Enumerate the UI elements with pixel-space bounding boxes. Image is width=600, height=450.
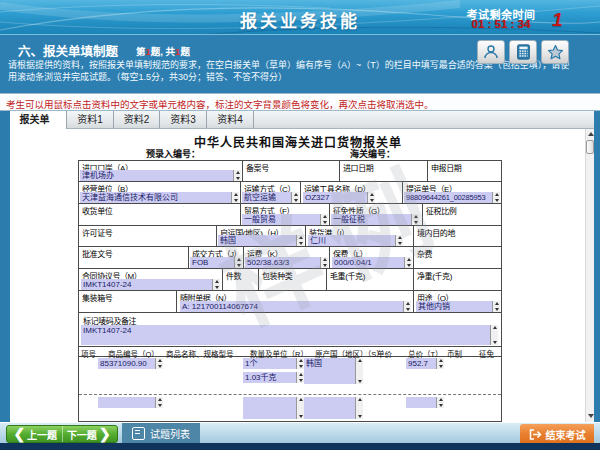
left-border-strip — [0, 111, 10, 443]
operator-input[interactable]: 天津益海通信技术有限公司 — [80, 192, 239, 203]
scroll-up-arrow-icon[interactable] — [586, 129, 595, 139]
next-question-button[interactable]: 下一题 ❯ — [63, 426, 118, 442]
spinner[interactable] — [492, 192, 500, 203]
levy-nature-input[interactable]: 一般征税 — [331, 214, 419, 225]
goods-1-origin-input[interactable]: 韩国 — [304, 358, 363, 384]
usage-input[interactable]: 其他内销 — [416, 301, 500, 312]
goods-2-total-input[interactable] — [406, 397, 444, 408]
goods-1-qty1-input[interactable]: 1个 — [243, 358, 304, 369]
field-label: 毛重(千克) — [330, 270, 365, 281]
contract-no-input[interactable]: IMKT1407-24 — [81, 279, 220, 290]
goods-1-code-input[interactable]: 85371090.90 — [98, 358, 163, 369]
star-icon — [547, 44, 564, 60]
input-value: 一般贸易 — [242, 214, 320, 225]
spinner[interactable] — [296, 235, 304, 246]
freight-input[interactable]: 502/38.63/3 — [245, 257, 328, 268]
prev-question-button[interactable]: ❮ 上一题 — [7, 426, 63, 442]
scrollbar-thumb[interactable] — [586, 140, 594, 154]
spinner[interactable] — [296, 397, 304, 419]
attached-documents-input[interactable]: A: 121700114067674 — [180, 301, 411, 312]
spinner[interactable] — [320, 257, 328, 268]
spinner[interactable] — [296, 358, 304, 369]
spinner[interactable] — [490, 325, 498, 345]
transport-name-input[interactable]: OZ327 — [303, 192, 375, 203]
goods-2-qty-input[interactable] — [243, 397, 304, 419]
spinner[interactable] — [234, 257, 242, 268]
calculator-button[interactable] — [509, 40, 537, 64]
spinner[interactable] — [233, 170, 241, 181]
vertical-scrollbar[interactable] — [585, 129, 594, 422]
input-value: 航空运输 — [242, 192, 291, 203]
tab-material-3[interactable]: 资料3 — [160, 111, 207, 128]
scroll-down-arrow-icon[interactable] — [586, 411, 595, 421]
page-number: 1 — [552, 9, 576, 31]
transaction-mode-input[interactable]: FOB — [190, 257, 242, 268]
spinner[interactable] — [411, 214, 419, 225]
spinner[interactable] — [296, 372, 304, 383]
field-operator: 经营单位（B） 天津益海通信技术有限公司 — [79, 182, 241, 203]
spinner[interactable] — [355, 397, 363, 419]
field-container-no: 集装箱号 — [79, 291, 177, 312]
spinner[interactable] — [155, 397, 163, 408]
insurance-input[interactable]: 000/0.04/1 — [332, 257, 412, 268]
field-label: 包装种类 — [262, 270, 292, 281]
question-section-title: 六、报关单填制题 — [18, 41, 118, 60]
end-exam-button[interactable]: 结束考试 — [520, 424, 594, 444]
spinner[interactable] — [403, 301, 411, 312]
input-value: 仁川 — [308, 235, 395, 246]
spinner[interactable] — [355, 358, 363, 384]
marks-remarks-input[interactable]: IMKT1407-24 — [81, 325, 498, 345]
tab-material-1[interactable]: 资料1 — [67, 111, 114, 128]
progress-suffix: 题 — [180, 46, 190, 57]
tab-declaration[interactable]: 报关单 — [2, 111, 67, 129]
trade-mode-input[interactable]: 一般贸易 — [242, 214, 328, 225]
input-value: 其他内销 — [416, 301, 492, 312]
form-row-5: 批准文号 成交方式（J） FOB 运费（K） 502/38.63/3 — [79, 247, 501, 269]
spinner[interactable] — [436, 397, 444, 408]
customs-no-label: 海关编号： — [350, 150, 395, 159]
list-icon — [132, 427, 145, 440]
goods-row-2 — [79, 395, 501, 420]
goods-header-row: 项号 商品编号（Q） 商品名称、规格型号 数量及单位（R） 原产国（地区）（S）… — [79, 347, 501, 357]
spinner[interactable] — [436, 358, 444, 369]
departure-country-input[interactable]: 韩国 — [218, 235, 304, 246]
profile-button[interactable] — [477, 40, 505, 64]
question-list-button[interactable]: 试题列表 — [122, 423, 200, 444]
tab-material-2[interactable]: 资料2 — [114, 111, 160, 128]
field-declaration-date: 申报日期 — [428, 161, 501, 181]
field-transaction-mode: 成交方式（J） FOB — [189, 247, 244, 268]
spinner[interactable] — [404, 257, 412, 268]
question-nav-group: ❮ 上一题 下一题 ❯ — [6, 425, 118, 443]
loading-port-input[interactable]: 仁川 — [308, 235, 403, 246]
goods-2-code-input[interactable] — [98, 397, 163, 408]
spinner[interactable] — [367, 192, 375, 203]
field-record-no: 备案号 — [243, 161, 340, 181]
spinner[interactable] — [395, 235, 403, 246]
spinner[interactable] — [291, 192, 299, 203]
spinner[interactable] — [212, 279, 220, 290]
spinner[interactable] — [492, 301, 500, 312]
tab-material-4[interactable]: 资料4 — [207, 111, 254, 128]
favorite-button[interactable] — [541, 40, 569, 64]
spinner[interactable] — [320, 214, 328, 225]
field-label: 境内目的地 — [417, 227, 455, 238]
declaration-form: 进口口岸（A） 津机场办 备案号 进口日期 申报日期 — [78, 160, 502, 422]
calculator-icon — [516, 44, 531, 60]
notice-text: 考生可以用鼠标点击资料中的文字或单元格内容，标注的文字背景颜色将变化，再次点击将… — [6, 97, 434, 111]
goods-2-origin-input[interactable] — [304, 397, 363, 419]
goods-1-total-input[interactable]: 952.7 — [406, 358, 444, 369]
spinner[interactable] — [231, 192, 239, 203]
field-gross-weight: 毛重(千克) — [327, 269, 414, 290]
bill-no-input[interactable]: 98809644261_00285953 — [404, 192, 500, 203]
instructions-line-2: 用滚动条浏览并完成试题。（每空1.5分，共30分；错答、不答不得分） — [8, 71, 600, 83]
notice-bar: 考生可以用鼠标点击资料中的文字或单元格内容，标注的文字背景颜色将变化，再次点击将… — [0, 93, 600, 111]
spinner[interactable] — [155, 358, 163, 369]
port-of-entry-input[interactable]: 津机场办 — [80, 170, 241, 181]
tab-bar: 报关单 资料1 资料2 资料3 资料4 — [0, 111, 600, 129]
field-package-type: 包装种类 — [259, 269, 327, 290]
transport-mode-input[interactable]: 航空运输 — [242, 192, 299, 203]
input-value: 98809644261_00285953 — [404, 192, 492, 203]
field-label: 进口日期 — [343, 162, 373, 173]
field-consignee: 收货单位 — [79, 204, 241, 225]
goods-1-qty2-input[interactable]: 1.03千克 — [243, 372, 304, 383]
